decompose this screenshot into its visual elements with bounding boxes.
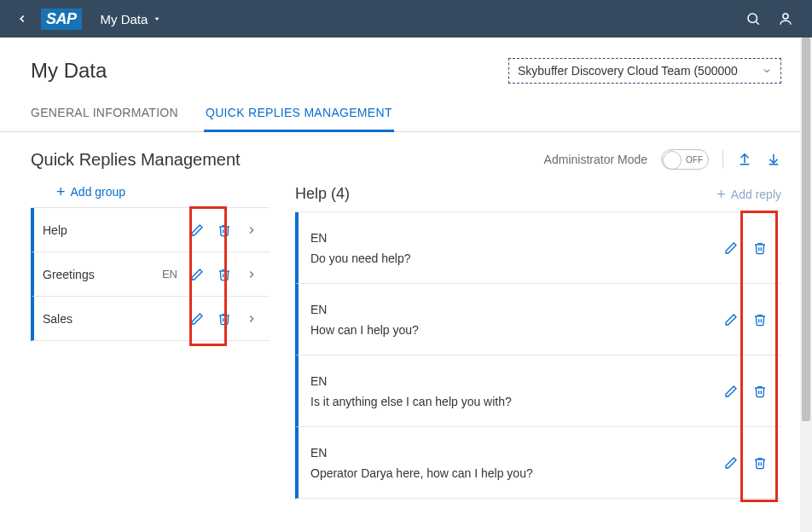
plus-icon: +	[716, 188, 726, 200]
group-row[interactable]: Help	[31, 208, 270, 252]
svg-point-3	[783, 14, 788, 19]
toggle-value: OFF	[686, 155, 703, 165]
trash-icon[interactable]	[749, 241, 771, 255]
group-list: Help Greetings EN Sales	[31, 207, 270, 341]
plus-icon: +	[56, 186, 66, 198]
content-area: Quick Replies Management Administrator M…	[0, 132, 812, 516]
app-title-label: My Data	[101, 12, 148, 26]
add-group-button[interactable]: + Add group	[56, 185, 125, 199]
app-title-dropdown[interactable]: My Data	[101, 12, 162, 26]
back-button[interactable]	[10, 13, 34, 25]
trash-icon[interactable]	[749, 313, 771, 327]
reply-list: EN Do you need help? EN How can I help y…	[295, 211, 781, 499]
tab-general-information[interactable]: GENERAL INFORMATION	[31, 106, 178, 131]
reply-row: EN How can I help you?	[295, 284, 781, 356]
section-title: Quick Replies Management	[31, 150, 241, 170]
upload-icon[interactable]	[737, 151, 752, 169]
reply-lang: EN	[310, 303, 720, 316]
edit-icon[interactable]	[720, 313, 742, 327]
search-icon[interactable]	[745, 11, 761, 26]
chevron-down-icon	[762, 66, 772, 76]
reply-lang: EN	[310, 231, 720, 245]
vertical-scrollbar[interactable]	[800, 38, 812, 532]
chevron-right-icon[interactable]	[241, 269, 263, 280]
trash-icon[interactable]	[213, 312, 235, 326]
edit-icon[interactable]	[186, 268, 208, 281]
reply-row: EN Do you need help?	[295, 212, 781, 284]
group-name: Help	[43, 223, 172, 237]
shell-header: SAP My Data	[0, 0, 812, 38]
admin-mode-label: Administrator Mode	[544, 153, 647, 166]
trash-icon[interactable]	[749, 456, 771, 470]
page-header: My Data Skybuffer Discovery Cloud Team (…	[0, 38, 812, 84]
admin-mode-toggle[interactable]: OFF	[661, 149, 709, 170]
reply-body: Is it anything else I can help you with?	[310, 395, 720, 408]
edit-icon[interactable]	[720, 456, 742, 470]
team-select[interactable]: Skybuffer Discovery Cloud Team (500000	[508, 58, 781, 84]
replies-title: Help (4)	[295, 185, 350, 203]
edit-icon[interactable]	[186, 223, 208, 237]
sap-logo: SAP	[41, 9, 82, 30]
tab-bar: GENERAL INFORMATION QUICK REPLIES MANAGE…	[0, 87, 812, 132]
download-icon[interactable]	[766, 151, 781, 169]
caret-down-icon	[153, 14, 161, 23]
reply-row: EN Is it anything else I can help you wi…	[295, 356, 781, 427]
replies-column: Help (4) + Add reply EN Do you need help…	[295, 180, 781, 499]
team-select-value: Skybuffer Discovery Cloud Team (500000	[518, 64, 738, 78]
svg-line-2	[756, 21, 758, 24]
add-reply-button[interactable]: + Add reply	[716, 188, 781, 201]
edit-icon[interactable]	[720, 241, 742, 255]
reply-body: How can I help you?	[310, 323, 720, 337]
divider	[722, 150, 723, 169]
reply-body: Operator Darya here, how can I help you?	[310, 466, 720, 480]
group-row[interactable]: Sales	[31, 297, 270, 341]
reply-lang: EN	[310, 374, 720, 388]
groups-column: + Add group Help Greetings EN	[31, 180, 270, 499]
chevron-right-icon[interactable]	[241, 313, 263, 325]
user-icon[interactable]	[778, 11, 793, 26]
trash-icon[interactable]	[213, 223, 235, 237]
group-lang: EN	[162, 268, 177, 280]
tab-quick-replies-management[interactable]: QUICK REPLIES MANAGEMENT	[206, 106, 392, 131]
add-reply-label: Add reply	[731, 188, 781, 201]
edit-icon[interactable]	[720, 385, 742, 398]
reply-lang: EN	[310, 446, 720, 460]
edit-icon[interactable]	[186, 312, 208, 326]
trash-icon[interactable]	[213, 268, 235, 281]
chevron-right-icon[interactable]	[241, 224, 263, 236]
reply-row: EN Operator Darya here, how can I help y…	[295, 427, 781, 499]
svg-point-1	[748, 14, 757, 23]
trash-icon[interactable]	[749, 385, 771, 398]
reply-body: Do you need help?	[310, 252, 720, 265]
group-name: Sales	[43, 312, 172, 326]
page-title: My Data	[31, 59, 107, 83]
svg-marker-0	[155, 18, 160, 20]
group-name: Greetings	[43, 268, 157, 281]
add-group-label: Add group	[71, 185, 126, 199]
group-row[interactable]: Greetings EN	[31, 252, 270, 297]
